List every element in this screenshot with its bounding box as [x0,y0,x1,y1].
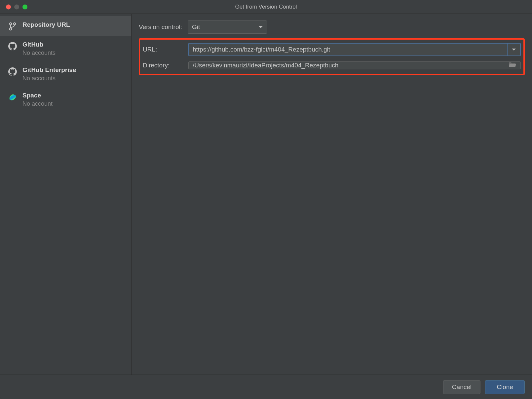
version-control-value: Git [192,23,200,31]
version-control-label: Version control: [139,23,188,31]
titlebar: Get from Version Control [0,0,532,14]
cancel-button[interactable]: Cancel [443,380,480,394]
url-input[interactable] [188,43,508,56]
sidebar-item-repository-url[interactable]: Repository URL [0,16,131,36]
sidebar-item-label: Repository URL [22,21,70,28]
dialog-footer: Cancel Clone [0,375,532,399]
url-label: URL: [143,46,188,53]
sidebar-item-label: GitHub [22,41,56,48]
directory-input[interactable] [188,61,521,69]
sidebar-item-text: Repository URL [22,21,70,28]
maximize-window-button[interactable] [22,4,27,9]
window-title: Get from Version Control [0,4,532,10]
close-window-button[interactable] [6,4,11,9]
highlighted-fields: URL: Directory: [139,38,525,75]
sidebar-item-space[interactable]: Space No account [0,87,131,112]
github-icon [8,67,17,76]
chevron-down-icon [259,26,263,28]
branch-icon [8,22,17,31]
sidebar-item-label: Space [22,92,53,99]
github-icon [8,42,17,51]
window-controls [6,4,27,9]
chevron-down-icon [512,49,516,51]
sidebar-item-github[interactable]: GitHub No accounts [0,36,131,61]
sidebar-item-label: GitHub Enterprise [22,66,76,74]
sidebar-item-sublabel: No accounts [22,50,56,56]
dialog-content: Repository URL GitHub No accounts [0,14,532,375]
sidebar: Repository URL GitHub No accounts [0,14,132,375]
browse-directory-button[interactable] [506,61,519,67]
space-icon [8,92,17,102]
sidebar-item-text: GitHub No accounts [22,41,56,56]
directory-input-wrap [188,61,521,69]
minimize-window-button[interactable] [14,4,19,9]
url-row: URL: [143,43,521,56]
url-history-dropdown[interactable] [508,43,521,56]
sidebar-item-sublabel: No accounts [22,75,76,82]
directory-label: Directory: [143,62,188,69]
sidebar-item-text: Space No account [22,92,53,107]
main-panel: Version control: Git URL: [132,14,532,375]
url-input-wrap [188,43,521,56]
version-control-select[interactable]: Git [188,20,267,34]
svg-point-0 [10,23,12,25]
sidebar-item-text: GitHub Enterprise No accounts [22,66,76,82]
version-control-row: Version control: Git [139,20,525,34]
svg-point-1 [14,23,16,25]
svg-point-2 [10,28,12,30]
clone-button[interactable]: Clone [485,380,525,394]
sidebar-item-github-enterprise[interactable]: GitHub Enterprise No accounts [0,61,131,87]
sidebar-item-sublabel: No account [22,100,53,107]
directory-row: Directory: [143,61,521,69]
vcs-clone-dialog: Get from Version Control Repository URL [0,0,532,399]
